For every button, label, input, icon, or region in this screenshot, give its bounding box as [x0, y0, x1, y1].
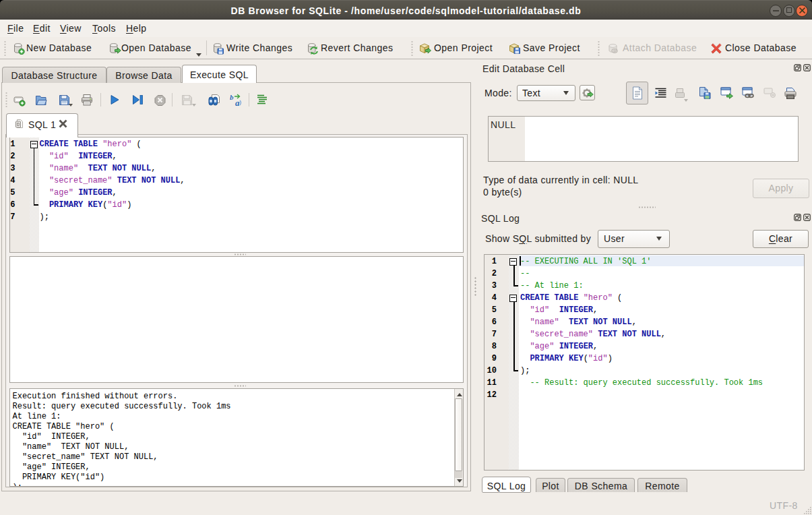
svg-text:b: b: [230, 94, 234, 101]
svg-text:a: a: [235, 98, 240, 107]
